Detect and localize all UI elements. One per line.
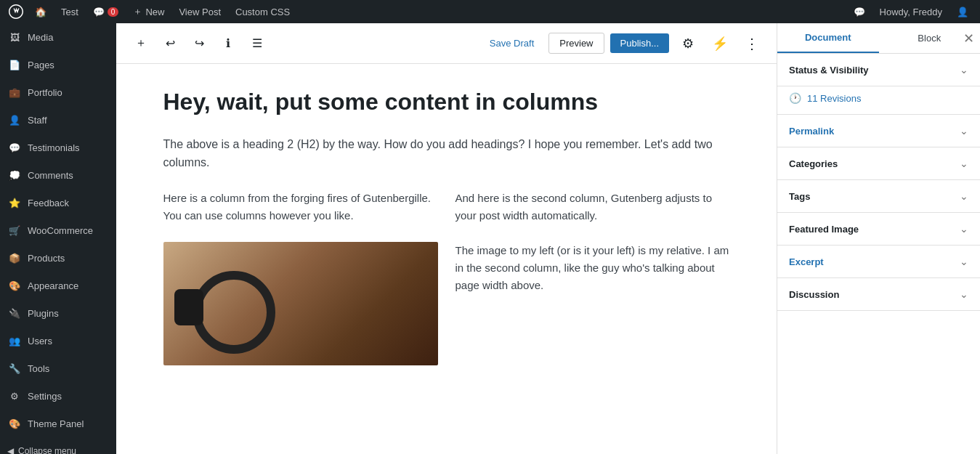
- two-column-block: Here is a column from the forging fires …: [163, 190, 730, 224]
- sidebar-label-appearance: Appearance: [28, 280, 78, 291]
- sidebar-label-portfolio: Portfolio: [28, 87, 62, 98]
- section-categories: Categories ⌄: [777, 147, 980, 180]
- sidebar-item-woocommerce[interactable]: 🛒 WooCommerce: [0, 216, 116, 244]
- sidebar: 🖼 Media 📄 Pages 💼 Portfolio 👤 Staff 💬 Te…: [0, 23, 116, 454]
- sidebar-item-theme-panel[interactable]: 🎨 Theme Panel: [0, 410, 116, 437]
- sidebar-label-woocommerce: WooCommerce: [28, 225, 93, 236]
- section-excerpt-header[interactable]: Excerpt ⌄: [777, 246, 980, 277]
- column-2-text: And here is the second column, Gutenberg…: [455, 190, 730, 224]
- save-draft-button[interactable]: Save Draft: [481, 33, 543, 53]
- sidebar-item-plugins[interactable]: 🔌 Plugins: [0, 299, 116, 327]
- section-revisions: 🕐 11 Revisions: [777, 86, 980, 115]
- section-tags-title: Tags: [789, 191, 810, 202]
- avatar[interactable]: 👤: [951, 0, 974, 23]
- section-discussion: Discussion ⌄: [777, 278, 980, 311]
- sidebar-label-theme-panel: Theme Panel: [28, 418, 84, 429]
- sidebar-bottom: ◀ Collapse menu: [0, 437, 116, 454]
- plugins-icon: 🔌: [7, 306, 22, 320]
- sidebar-item-portfolio[interactable]: 💼 Portfolio: [0, 78, 116, 106]
- tab-document[interactable]: Document: [777, 23, 879, 53]
- section-excerpt-title: Excerpt: [789, 256, 824, 267]
- sidebar-item-settings[interactable]: ⚙ Settings: [0, 382, 116, 410]
- section-excerpt: Excerpt ⌄: [777, 246, 980, 278]
- sidebar-item-tools[interactable]: 🔧 Tools: [0, 354, 116, 382]
- wp-logo[interactable]: [6, 0, 26, 23]
- sidebar-label-tools: Tools: [28, 363, 49, 374]
- media-icon: 🖼: [7, 30, 22, 44]
- excerpt-chevron-icon: ⌄: [960, 256, 968, 267]
- featured-image-chevron-icon: ⌄: [960, 223, 968, 235]
- section-featured-image-header[interactable]: Featured Image ⌄: [777, 213, 980, 245]
- users-icon: 👥: [7, 333, 22, 348]
- sidebar-item-appearance[interactable]: 🎨 Appearance: [0, 272, 116, 299]
- sidebar-label-pages: Pages: [28, 60, 54, 70]
- sidebar-item-feedback[interactable]: ⭐ Feedback: [0, 189, 116, 216]
- column-1-text: Here is a column from the forging fires …: [163, 190, 438, 224]
- sidebar-label-staff: Staff: [28, 115, 47, 126]
- section-tags-header[interactable]: Tags ⌄: [777, 180, 980, 212]
- revisions-link[interactable]: 11 Revisions: [807, 93, 861, 104]
- list-view-button[interactable]: ☰: [244, 31, 270, 57]
- settings-sidebar-icon: ⚙: [7, 389, 22, 403]
- woocommerce-icon: 🛒: [7, 223, 22, 238]
- sidebar-item-comments[interactable]: 💭 Comments: [0, 161, 116, 189]
- redo-button[interactable]: ↪: [186, 31, 212, 57]
- appearance-icon: 🎨: [7, 278, 22, 293]
- revisions-row: 🕐 11 Revisions: [777, 86, 980, 114]
- section-discussion-header[interactable]: Discussion ⌄: [777, 278, 980, 310]
- site-name[interactable]: Test: [55, 0, 84, 23]
- editor-content[interactable]: Hey, wait, put some content in columns T…: [120, 64, 774, 454]
- add-block-button[interactable]: ＋: [128, 31, 154, 57]
- sidebar-item-testimonials[interactable]: 💬 Testimonials: [0, 134, 116, 161]
- column-3-text: The image to my left (or is it your left…: [455, 242, 730, 365]
- section-categories-header[interactable]: Categories ⌄: [777, 147, 980, 179]
- sidebar-item-media[interactable]: 🖼 Media: [0, 23, 116, 51]
- clock-icon: 🕐: [789, 92, 801, 104]
- collapse-menu-label: Collapse menu: [18, 446, 76, 454]
- portfolio-icon: 💼: [7, 85, 22, 100]
- theme-panel-icon: 🎨: [7, 416, 22, 431]
- custom-css-item[interactable]: Custom CSS: [230, 0, 296, 23]
- panel-close-button[interactable]: ✕: [963, 31, 974, 46]
- collapse-menu-button[interactable]: ◀ Collapse menu: [7, 443, 109, 454]
- more-options-button[interactable]: ⋮: [739, 31, 765, 57]
- undo-button[interactable]: ↩: [157, 31, 183, 57]
- home-icon[interactable]: 🏠: [29, 0, 52, 23]
- categories-chevron-icon: ⌄: [960, 158, 968, 169]
- preview-button[interactable]: Preview: [548, 33, 604, 54]
- sidebar-item-products[interactable]: 📦 Products: [0, 244, 116, 272]
- comment-count: 0: [108, 7, 119, 17]
- toolbar-right: Save Draft Preview Publish... ⚙ ⚡ ⋮: [481, 31, 765, 57]
- sidebar-label-users: Users: [28, 336, 52, 346]
- panel-body: Status & Visibility ⌄ 🕐 11 Revisions Per…: [777, 54, 980, 454]
- comment-item[interactable]: 💬 0: [87, 0, 125, 23]
- section-featured-image-title: Featured Image: [789, 224, 859, 235]
- feedback-icon[interactable]: 💬: [848, 0, 871, 23]
- panel-tabs: Document Block ✕: [777, 23, 980, 54]
- info-button[interactable]: ℹ: [215, 31, 241, 57]
- image-column-block: The image to my left (or is it your left…: [163, 242, 730, 365]
- tags-chevron-icon: ⌄: [960, 190, 968, 202]
- staff-icon: 👤: [7, 113, 22, 127]
- sidebar-item-pages[interactable]: 📄 Pages: [0, 51, 116, 78]
- new-item[interactable]: ＋ New: [127, 0, 170, 23]
- tools-icon: 🔧: [7, 361, 22, 376]
- sidebar-item-users[interactable]: 👥 Users: [0, 327, 116, 354]
- section-tags: Tags ⌄: [777, 180, 980, 213]
- sidebar-label-feedback: Feedback: [28, 198, 69, 208]
- howdy-item[interactable]: Howdy, Freddy: [874, 0, 948, 23]
- section-status-visibility-header[interactable]: Status & Visibility ⌄: [777, 54, 980, 86]
- products-icon: 📦: [7, 251, 22, 265]
- lightning-button[interactable]: ⚡: [707, 31, 733, 57]
- publish-button[interactable]: Publish...: [610, 33, 669, 53]
- headphone-image: [163, 242, 438, 365]
- admin-bar-right: 💬 Howdy, Freddy 👤: [848, 0, 974, 23]
- sidebar-label-media: Media: [28, 32, 53, 43]
- permalink-chevron-icon: ⌄: [960, 125, 968, 137]
- sidebar-label-products: Products: [28, 253, 65, 264]
- settings-button[interactable]: ⚙: [675, 31, 701, 57]
- section-permalink-header[interactable]: Permalink ⌄: [777, 115, 980, 147]
- section-status-visibility-title: Status & Visibility: [789, 65, 869, 76]
- view-post-item[interactable]: View Post: [173, 0, 227, 23]
- sidebar-item-staff[interactable]: 👤 Staff: [0, 106, 116, 134]
